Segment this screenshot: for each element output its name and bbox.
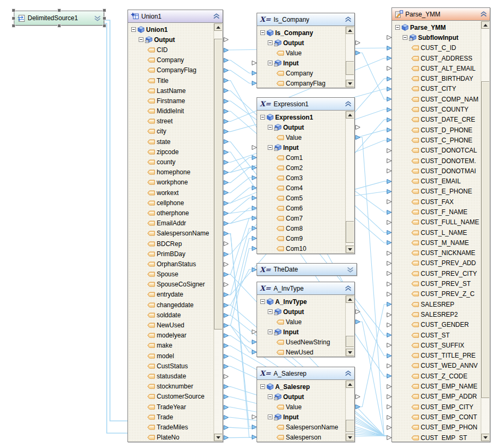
group-row[interactable]: A_InvType	[258, 297, 345, 307]
field-row[interactable]: CUST_ALT_EMAIL	[393, 63, 480, 73]
output-port[interactable]	[355, 50, 361, 55]
scrollbar[interactable]	[345, 27, 354, 87]
field-row[interactable]: CompanyFlag	[258, 78, 345, 87]
group-row[interactable]: Parse_YMM	[393, 22, 480, 32]
group-row[interactable]: Output	[258, 307, 345, 317]
field-row[interactable]: CUST_EMP_CONT	[393, 412, 480, 422]
scrollbar-thumb[interactable]	[214, 39, 222, 329]
field-row[interactable]: CUST_PREV_Z_C	[393, 289, 480, 299]
field-row[interactable]: Com5	[258, 193, 345, 203]
collapse-chevron-icon[interactable]	[345, 101, 352, 107]
group-row[interactable]: Expression1	[258, 112, 345, 122]
input-port[interactable]	[252, 81, 257, 86]
input-port[interactable]	[387, 292, 392, 297]
field-row[interactable]: CUST_F_NAME	[393, 207, 480, 217]
collapse-chevron-icon[interactable]	[345, 16, 352, 22]
input-port[interactable]	[387, 240, 392, 245]
field-row[interactable]: changeddate	[129, 300, 213, 310]
field-row[interactable]: OrphanStatus	[129, 259, 213, 269]
field-row[interactable]: CUST_E_PHONE	[393, 187, 480, 197]
field-row[interactable]: street	[129, 116, 213, 126]
output-port[interactable]	[224, 221, 229, 226]
field-row[interactable]: MiddleInit	[129, 106, 213, 116]
input-port[interactable]	[387, 56, 392, 61]
field-row[interactable]: EmailAddr	[129, 218, 213, 229]
input-port[interactable]	[252, 71, 257, 75]
node-header[interactable]: X=A_Salesrep	[257, 367, 354, 380]
output-port[interactable]	[355, 125, 361, 130]
mapping-canvas[interactable]: DelimitedSource1Union1Union1OutputCIDCom…	[0, 0, 494, 448]
output-port[interactable]	[224, 99, 229, 104]
field-row[interactable]: Company	[129, 55, 213, 65]
field-row[interactable]: CUST_COMP_NAM	[393, 94, 480, 104]
field-row[interactable]: Trade	[129, 412, 213, 422]
output-port[interactable]	[224, 374, 229, 379]
collapse-chevron-icon[interactable]	[480, 11, 487, 17]
output-port[interactable]	[224, 160, 229, 165]
field-row[interactable]: solddate	[129, 310, 213, 320]
node-expression1[interactable]: X=Expression1Expression1OutputValueInput…	[257, 97, 355, 254]
collapse-expander-icon[interactable]	[260, 299, 265, 304]
output-port[interactable]	[224, 37, 229, 42]
scrollbar-thumb[interactable]	[346, 336, 354, 347]
input-port[interactable]	[387, 97, 392, 102]
group-row[interactable]: SubflowInput	[393, 32, 480, 43]
group-row[interactable]: Input	[258, 412, 345, 422]
input-port[interactable]	[252, 415, 257, 419]
input-port[interactable]	[387, 168, 392, 173]
field-row[interactable]: zipcode	[129, 147, 213, 157]
input-port[interactable]	[387, 333, 392, 337]
field-row[interactable]: CUST_EMP_ADDR	[393, 392, 480, 402]
field-row[interactable]: make	[129, 341, 213, 351]
input-port[interactable]	[387, 117, 392, 122]
selection-handle[interactable]	[57, 9, 61, 12]
input-port[interactable]	[387, 302, 392, 307]
output-port[interactable]	[224, 241, 229, 246]
group-row[interactable]: Output	[258, 392, 345, 402]
collapse-expander-icon[interactable]	[268, 125, 272, 130]
input-port[interactable]	[387, 35, 392, 40]
output-port[interactable]	[224, 262, 229, 267]
scroll-down-icon[interactable]	[346, 434, 354, 441]
output-port[interactable]	[224, 292, 229, 297]
field-row[interactable]: CUST_D_PHONE	[393, 125, 480, 135]
output-port[interactable]	[224, 201, 229, 206]
field-row[interactable]: cellphone	[129, 198, 213, 208]
input-port[interactable]	[387, 323, 392, 327]
scroll-up-icon[interactable]	[481, 21, 489, 29]
field-row[interactable]: NewUsed	[258, 347, 345, 356]
node-header[interactable]: Parse_YMM	[392, 8, 490, 21]
group-row[interactable]: Input	[258, 327, 345, 337]
field-row[interactable]: SALESREP	[393, 299, 480, 309]
input-port[interactable]	[387, 435, 392, 440]
field-row[interactable]: TradeYear	[129, 402, 213, 412]
scrollbar[interactable]	[345, 111, 354, 253]
input-port[interactable]	[252, 340, 257, 344]
input-port[interactable]	[387, 107, 392, 112]
field-row[interactable]: county	[129, 157, 213, 167]
collapse-expander-icon[interactable]	[260, 30, 265, 35]
input-port[interactable]	[252, 236, 257, 241]
field-row[interactable]: TradeMiles	[129, 422, 213, 432]
scrollbar[interactable]	[345, 295, 354, 356]
scroll-down-icon[interactable]	[346, 349, 354, 356]
input-port[interactable]	[387, 251, 392, 256]
field-row[interactable]: modelyear	[129, 331, 213, 341]
field-row[interactable]: CUST_EMAIL	[393, 176, 480, 186]
field-row[interactable]: Value	[258, 48, 345, 58]
input-port[interactable]	[387, 199, 392, 204]
scrollbar[interactable]	[345, 381, 354, 441]
scroll-up-icon[interactable]	[346, 295, 354, 303]
output-port[interactable]	[224, 180, 229, 185]
field-row[interactable]: model	[129, 351, 213, 361]
output-port[interactable]	[355, 319, 361, 324]
input-port[interactable]	[252, 61, 257, 65]
field-row[interactable]: CUST_PREV_ADD	[393, 258, 480, 268]
field-row[interactable]: CUST_DATE_CRE	[393, 115, 480, 125]
input-port[interactable]	[387, 415, 392, 420]
collapse-expander-icon[interactable]	[260, 384, 265, 389]
output-port[interactable]	[224, 88, 229, 93]
field-row[interactable]: CUST_EMP_NAME	[393, 381, 480, 391]
node-header[interactable]: X=A_InvType	[257, 282, 354, 295]
field-row[interactable]: CustStatus	[129, 361, 213, 371]
